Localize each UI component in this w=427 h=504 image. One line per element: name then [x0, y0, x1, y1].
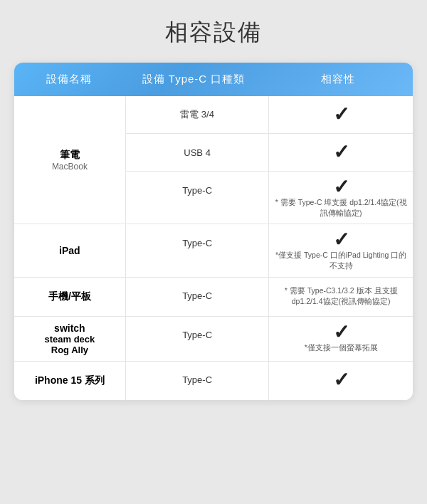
- compat-col-ipad: ✓*僅支援 Type-C 口的iPad Lighting 口的不支持: [269, 224, 413, 276]
- type-col-ipad: Type-C: [126, 224, 270, 276]
- compat-row: ✓: [269, 362, 413, 399]
- compat-inner: ✓* 需要 Type-C 埠支援 dp1.2/1.4協定(視訊傳輸協定): [269, 172, 413, 224]
- table-row: Type-C: [126, 172, 269, 209]
- header-col-type: 設備 Type-C 口種類: [124, 73, 263, 86]
- check-icon: ✓: [333, 370, 349, 390]
- compat-row: ✓*僅支接一個螢幕拓展: [269, 317, 413, 359]
- type-cell: 雷電 3/4: [126, 96, 269, 133]
- table-section-laptop: 筆電MacBook雷電 3/4USB 4Type-C✓✓✓* 需要 Type-C…: [14, 96, 413, 224]
- device-cell-laptop: 筆電MacBook: [14, 96, 126, 224]
- header-col-device: 設備名稱: [14, 73, 124, 86]
- compat-inner: ✓*僅支接一個螢幕拓展: [269, 317, 413, 359]
- compat-row: ✓*僅支援 Type-C 口的iPad Lighting 口的不支持: [269, 224, 413, 276]
- device-cell-gaming: switchsteam deckRog Ally: [14, 317, 126, 361]
- table-row: Type-C: [126, 278, 269, 315]
- type-col-laptop: 雷電 3/4USB 4Type-C: [126, 96, 270, 224]
- header-col-compat: 相容性: [263, 73, 413, 86]
- check-icon: ✓: [333, 230, 349, 250]
- compat-row: ✓: [269, 134, 413, 172]
- table-row: Type-C: [126, 317, 269, 354]
- compat-note: *僅支援 Type-C 口的iPad Lighting 口的不支持: [273, 250, 408, 271]
- type-col-iphone15: Type-C: [126, 362, 270, 400]
- type-cell: USB 4: [126, 134, 269, 171]
- compat-row: ✓* 需要 Type-C 埠支援 dp1.2/1.4協定(視訊傳輸協定): [269, 172, 413, 224]
- compat-row: ✓: [269, 96, 413, 134]
- compat-note: * 需要 Type-C 埠支援 dp1.2/1.4協定(視訊傳輸協定): [273, 197, 408, 218]
- compat-inner: ✓: [269, 362, 413, 399]
- type-cell: Type-C: [126, 362, 269, 399]
- check-icon: ✓: [333, 322, 349, 342]
- check-icon: ✓: [333, 177, 349, 197]
- table-body: 筆電MacBook雷電 3/4USB 4Type-C✓✓✓* 需要 Type-C…: [14, 96, 413, 400]
- table-row: 雷電 3/4: [126, 96, 269, 134]
- compat-note: *僅支接一個螢幕拓展: [305, 342, 378, 353]
- compat-col-phone: * 需要 Type-C3.1/3.2 版本 且支援 dp1.2/1.4協定(視訊…: [269, 278, 413, 316]
- table-section-gaming: switchsteam deckRog AllyType-C✓*僅支接一個螢幕拓…: [14, 317, 413, 362]
- check-icon: ✓: [333, 105, 349, 125]
- compat-inner: ✓: [269, 96, 413, 133]
- compat-col-iphone15: ✓: [269, 362, 413, 400]
- device-cell-ipad: iPad: [14, 224, 126, 276]
- compat-row: * 需要 Type-C3.1/3.2 版本 且支援 dp1.2/1.4協定(視訊…: [269, 278, 413, 315]
- compat-col-laptop: ✓✓✓* 需要 Type-C 埠支援 dp1.2/1.4協定(視訊傳輸協定): [269, 96, 413, 224]
- table-section-ipad: iPadType-C✓*僅支援 Type-C 口的iPad Lighting 口…: [14, 224, 413, 277]
- type-col-gaming: Type-C: [126, 317, 270, 361]
- compat-inner: ✓*僅支援 Type-C 口的iPad Lighting 口的不支持: [269, 224, 413, 276]
- table-row: Type-C: [126, 224, 269, 261]
- compat-col-gaming: ✓*僅支接一個螢幕拓展: [269, 317, 413, 361]
- table-section-phone: 手機/平板Type-C* 需要 Type-C3.1/3.2 版本 且支援 dp1…: [14, 278, 413, 317]
- compat-inner: ✓: [269, 134, 413, 171]
- page-title: 相容設備: [165, 17, 262, 48]
- type-cell: Type-C: [126, 278, 269, 315]
- table-section-iphone15: iPhone 15 系列Type-C✓: [14, 362, 413, 400]
- table-row: USB 4: [126, 134, 269, 172]
- compat-note: * 需要 Type-C3.1/3.2 版本 且支援 dp1.2/1.4協定(視訊…: [273, 285, 408, 306]
- type-col-phone: Type-C: [126, 278, 270, 316]
- compatibility-table: 設備名稱 設備 Type-C 口種類 相容性 筆電MacBook雷電 3/4US…: [14, 63, 413, 400]
- device-cell-phone: 手機/平板: [14, 278, 126, 316]
- table-row: Type-C: [126, 362, 269, 399]
- type-cell: Type-C: [126, 224, 269, 261]
- device-cell-iphone15: iPhone 15 系列: [14, 362, 126, 400]
- check-icon: ✓: [333, 142, 349, 162]
- compat-inner: * 需要 Type-C3.1/3.2 版本 且支援 dp1.2/1.4協定(視訊…: [269, 278, 413, 315]
- table-header: 設備名稱 設備 Type-C 口種類 相容性: [14, 63, 413, 96]
- type-cell: Type-C: [126, 317, 269, 354]
- type-cell: Type-C: [126, 172, 269, 209]
